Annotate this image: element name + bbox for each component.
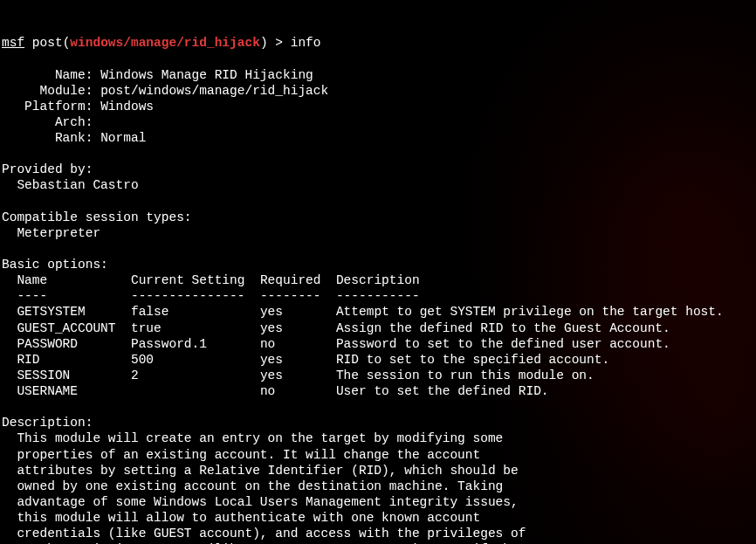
description-line: credentials (like GUEST account), and ac… (2, 527, 533, 541)
prompt-line: msf post(windows/manage/rid_hijack) > in… (2, 36, 321, 50)
options-table-header: Name Current Setting Required Descriptio… (2, 273, 420, 287)
table-row: GUEST_ACCOUNT true yes Assign the define… (2, 321, 670, 335)
description-line: this module will allow to authenticate w… (2, 511, 488, 525)
description-line: This module will create an entry on the … (2, 431, 511, 445)
table-row: PASSWORD Password.1 no Password to set t… (2, 337, 670, 351)
provided-by-header: Provided by: (2, 162, 93, 176)
info-name-line: Name: Windows Manage RID Hijacking (2, 68, 313, 82)
provided-by-value: Sebastian Castro (2, 178, 139, 192)
table-row: GETSYSTEM false yes Attempt to get SYSTE… (2, 305, 724, 319)
basic-options-header: Basic options: (2, 258, 108, 272)
description-line: properties of an existing account. It wi… (2, 448, 488, 462)
table-row: RID 500 yes RID to set to the specified … (2, 353, 609, 367)
info-rank-line: Rank: Normal (2, 131, 146, 145)
options-table-divider: ---- --------------- -------- ----------… (2, 289, 420, 303)
info-platform-line: Platform: Windows (2, 100, 154, 114)
table-row: USERNAME no User to set the defined RID. (2, 384, 549, 398)
description-header: Description: (2, 416, 93, 430)
table-row: SESSION 2 yes The session to run this mo… (2, 368, 594, 382)
description-line: advantage of some Windows Local Users Ma… (2, 495, 526, 509)
prompt-module: windows/manage/rid_hijack (70, 36, 260, 50)
session-types-value: Meterpreter (2, 226, 100, 240)
prompt-msf: msf (2, 36, 24, 50)
description-line: attributes by setting a Relative Identif… (2, 464, 526, 478)
prompt-context: post (32, 36, 63, 50)
description-line: owned by one existing account on the des… (2, 479, 511, 493)
info-arch-line: Arch: (2, 115, 100, 129)
command-input[interactable]: info (291, 36, 321, 50)
session-types-header: Compatible session types: (2, 210, 192, 224)
info-module-line: Module: post/windows/manage/rid_hijack (2, 84, 328, 98)
